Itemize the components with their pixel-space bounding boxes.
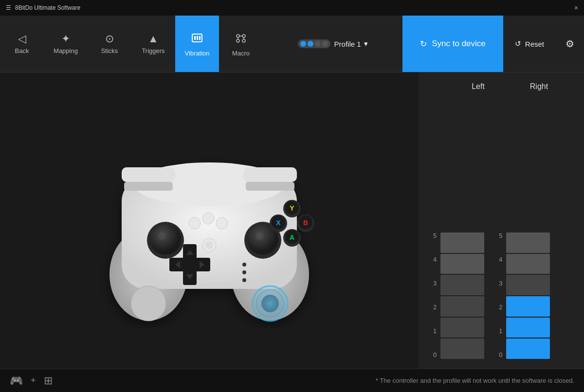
left-channel: 5 4 3 2 1 0 [433, 232, 484, 359]
right-bar-stack[interactable] [506, 232, 550, 359]
profile-dropdown-button[interactable]: Profile 1 ▾ [334, 39, 368, 48]
yr-label-2: 2 [499, 304, 502, 310]
svg-point-52 [131, 286, 166, 321]
reset-icon: ↺ [515, 39, 521, 48]
vibration-panel: Left Right 5 4 3 2 1 0 [419, 72, 584, 369]
sticks-icon: ⊙ [105, 34, 114, 44]
svg-point-4 [237, 35, 239, 37]
svg-point-37 [216, 217, 228, 229]
yr-label-5: 5 [499, 232, 502, 239]
bar-segment[interactable] [506, 232, 550, 253]
reset-button[interactable]: ↺ Reset [503, 16, 556, 72]
toggle-dot-1 [300, 41, 306, 47]
bar-segment[interactable] [440, 339, 484, 359]
svg-point-5 [242, 35, 245, 37]
profile-toggle[interactable] [298, 39, 330, 48]
svg-point-56 [251, 284, 290, 323]
toggle-dot-4 [322, 41, 328, 47]
main-content: Y X B A [0, 72, 584, 369]
svg-point-29 [242, 263, 246, 267]
titlebar: ☰ 8BitDo Ultimate Software × [0, 0, 584, 16]
bar-segment[interactable] [440, 232, 484, 253]
windows-icon: ⊞ [44, 374, 53, 387]
y-label-1: 1 [433, 328, 437, 334]
mapping-icon: ✦ [61, 34, 70, 44]
bar-segment[interactable] [440, 275, 484, 295]
svg-rect-1 [194, 36, 196, 40]
settings-icon: ⚙ [566, 38, 574, 49]
nav-sticks-label: Sticks [101, 47, 118, 54]
toggle-dot-2 [308, 41, 313, 47]
yr-label-4: 4 [499, 256, 502, 263]
close-button[interactable]: × [574, 4, 578, 12]
nav-back-label: Back [15, 47, 29, 54]
bar-segment[interactable] [506, 296, 550, 317]
svg-rect-15 [122, 167, 175, 182]
sync-button[interactable]: ↻ Sync to device [402, 16, 503, 72]
y-label-2: 2 [433, 304, 437, 310]
left-bar-stack[interactable] [440, 232, 484, 359]
app-title: 8BitDo Ultimate Software [15, 4, 80, 11]
y-axis-labels: 5 4 3 2 1 0 [433, 232, 437, 359]
footer: 🎮 + ⊞ * The controller and the profile w… [0, 369, 584, 392]
svg-point-36 [202, 213, 214, 224]
hamburger-icon: ☰ [6, 4, 11, 11]
svg-point-20 [150, 224, 181, 255]
settings-button[interactable]: ⚙ [556, 16, 584, 72]
svg-rect-2 [197, 36, 198, 40]
svg-text:B: B [303, 219, 308, 227]
yr-label-0: 0 [499, 352, 502, 358]
svg-text:X: X [276, 219, 281, 227]
bar-segment[interactable] [440, 318, 484, 338]
nav-triggers[interactable]: ▲ Triggers [131, 16, 175, 72]
svg-point-6 [237, 39, 239, 42]
controller-illustration: Y X B A [68, 109, 350, 333]
bar-segment[interactable] [506, 275, 550, 295]
nav-sticks[interactable]: ⊙ Sticks [88, 16, 131, 72]
vibration-chart: 5 4 3 2 1 0 5 4 3 2 1 [433, 99, 569, 359]
y-label-3: 3 [433, 280, 437, 286]
svg-point-21 [158, 232, 166, 240]
nav-triggers-label: Triggers [142, 47, 164, 54]
bar-segment[interactable] [506, 339, 550, 359]
chevron-down-icon: ▾ [364, 39, 368, 48]
sync-label: Sync to device [432, 39, 486, 49]
svg-point-34 [256, 232, 263, 240]
yr-label-3: 3 [499, 280, 502, 286]
nav-back[interactable]: ◁ Back [0, 16, 44, 72]
y-label-5: 5 [433, 232, 437, 239]
nav-vibration[interactable]: Vibration [175, 16, 219, 72]
y-label-4: 4 [433, 256, 437, 263]
svg-rect-3 [199, 36, 201, 40]
svg-point-24 [183, 258, 197, 271]
nav-mapping[interactable]: ✦ Mapping [44, 16, 88, 72]
svg-point-35 [189, 217, 201, 229]
svg-point-31 [242, 278, 246, 282]
bar-segment[interactable] [440, 254, 484, 274]
bar-segment[interactable] [440, 296, 484, 317]
vibration-icon [190, 31, 204, 47]
right-channel-label: Right [510, 82, 568, 91]
svg-text:A: A [290, 233, 294, 241]
nav-macro[interactable]: Macro [219, 16, 263, 72]
triggers-icon: ▲ [148, 34, 159, 44]
footer-message: * The controller and the profile will no… [60, 377, 574, 384]
profile-label: Profile 1 [334, 40, 361, 48]
controller-area: Y X B A [0, 72, 419, 369]
bar-segment[interactable] [506, 318, 550, 338]
vibration-header: Left Right [433, 82, 569, 91]
macro-icon [234, 31, 248, 47]
reset-label: Reset [525, 40, 544, 48]
bar-segment[interactable] [506, 254, 550, 274]
toolbar: ◁ Back ✦ Mapping ⊙ Sticks ▲ Triggers Vib… [0, 16, 584, 72]
svg-point-39 [205, 241, 213, 249]
left-channel-label: Left [449, 82, 508, 91]
titlebar-left: ☰ 8BitDo Ultimate Software [6, 4, 80, 11]
plus-icon: + [31, 375, 36, 386]
svg-rect-17 [124, 182, 173, 191]
controller-icon: 🎮 [10, 374, 23, 387]
nav-macro-label: Macro [232, 50, 250, 57]
sync-icon: ↻ [420, 39, 427, 49]
svg-rect-18 [246, 182, 294, 191]
svg-text:Y: Y [290, 204, 294, 212]
